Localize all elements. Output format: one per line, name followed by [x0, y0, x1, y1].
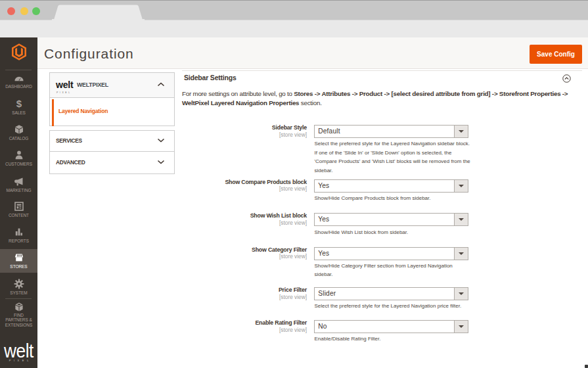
- svg-text:$: $: [16, 99, 22, 109]
